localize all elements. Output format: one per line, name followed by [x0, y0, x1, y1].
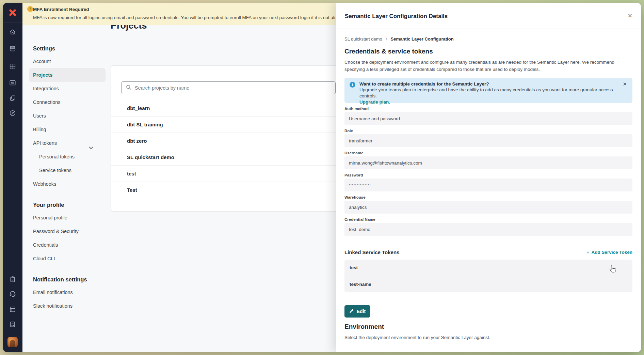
credential-name-label: Credential Name	[344, 217, 632, 221]
breadcrumb: SL quickstart demo / Semantic Layer Conf…	[344, 36, 632, 42]
credential-name-field[interactable]: test_demo	[344, 223, 632, 236]
sidebar-item-billing[interactable]: Billing	[29, 123, 106, 136]
code-editor-icon[interactable]	[3, 75, 22, 91]
compass-icon[interactable]	[3, 105, 22, 121]
drawer-title: Semantic Layer Configuration Details	[345, 13, 448, 20]
sidebar-item-cloud-cli[interactable]: Cloud CLI	[29, 252, 106, 265]
mfa-banner: ! MFA Enrollment Required MFA is now req…	[22, 3, 336, 25]
breadcrumb-separator: /	[386, 36, 387, 42]
edit-button-label: Edit	[357, 309, 366, 314]
environment-section-heading: Environment	[344, 323, 632, 330]
headset-support-icon[interactable]	[3, 286, 22, 302]
sidebar-item-account[interactable]: Account	[29, 55, 106, 68]
username-field[interactable]: mirna.wong@fishtownanalytics.com	[344, 156, 632, 169]
sidebar-item-users[interactable]: Users	[29, 109, 106, 123]
sidebar-item-credentials[interactable]: Credentials	[29, 238, 106, 252]
project-row[interactable]: test	[111, 166, 342, 182]
projects-card: Search projects by name dbt_learn dbt SL…	[111, 65, 342, 212]
username-label: Username	[344, 151, 632, 155]
add-service-token-button[interactable]: +Add Service Token	[587, 250, 632, 255]
sidebar-item-personal-tokens[interactable]: Personal tokens	[29, 150, 106, 164]
deploy-icon[interactable]	[3, 41, 22, 57]
credentials-section-heading: Credentials & service tokens	[344, 48, 632, 55]
username-group: Username mirna.wong@fishtownanalytics.co…	[344, 151, 632, 169]
upgrade-info-banner: i Want to create multiple credentials fo…	[344, 78, 632, 103]
mfa-banner-title: MFA Enrollment Required	[33, 7, 89, 12]
settings-nav: Settings Account Projects Integrations C…	[22, 25, 108, 352]
sidebar-item-connections[interactable]: Connections	[29, 95, 106, 109]
project-row[interactable]: dbt SL training	[111, 117, 342, 133]
sidebar-item-projects[interactable]: Projects	[29, 68, 106, 82]
search-icon	[126, 84, 132, 92]
sidebar-item-webhooks[interactable]: Webhooks	[29, 177, 106, 191]
dbt-logo-icon[interactable]	[3, 3, 22, 22]
api-tokens-label: API tokens	[33, 140, 57, 146]
warning-icon: !	[27, 6, 33, 12]
home-icon[interactable]	[3, 24, 22, 40]
linked-tokens-list: test test-name	[344, 260, 632, 292]
sidebar-item-email-notifications[interactable]: Email notifications	[29, 285, 106, 299]
token-row[interactable]: test	[344, 260, 632, 276]
token-row[interactable]: test-name	[344, 276, 632, 292]
semantic-layer-drawer: Semantic Layer Configuration Details ✕ S…	[336, 3, 641, 352]
warehouse-group: Warehouse analytics	[344, 195, 632, 214]
notification-section-title: Notification settings	[33, 273, 108, 285]
info-banner-body: Upgrade your teams plan to enterprise an…	[359, 87, 613, 98]
project-row[interactable]: dbt zero	[111, 133, 342, 149]
role-field[interactable]: transformer	[344, 134, 632, 147]
password-label: Password	[344, 173, 632, 177]
sidebar-item-service-tokens[interactable]: Service tokens	[29, 164, 106, 177]
auth-method-label: Auth method	[344, 107, 632, 111]
sidebar-item-api-tokens[interactable]: API tokens	[29, 136, 106, 150]
environment-section-description: Select the deployment environment to run…	[344, 335, 632, 340]
docs-book-icon[interactable]	[3, 302, 22, 317]
clipboard-icon[interactable]	[3, 272, 22, 287]
breadcrumb-current: Semantic Layer Configuration	[391, 36, 454, 42]
search-input[interactable]: Search projects by name	[121, 81, 336, 94]
drawer-header: Semantic Layer Configuration Details ✕	[336, 3, 641, 29]
project-row[interactable]: dbt_learn	[111, 100, 342, 117]
password-group: Password ••••••••••••••	[344, 173, 632, 191]
role-group: Role transformer	[344, 129, 632, 147]
mfa-banner-message: MFA is now required for all logins using…	[33, 15, 336, 20]
dashboard-grid-icon[interactable]	[3, 59, 22, 74]
copy-branch-icon[interactable]	[3, 90, 22, 106]
project-row[interactable]: SL quickstart demo	[111, 149, 342, 166]
auth-method-field[interactable]: Username and password	[344, 112, 632, 125]
release-notes-icon[interactable]	[3, 317, 22, 332]
close-icon[interactable]: ✕	[628, 12, 632, 19]
icon-sidebar	[3, 3, 22, 352]
profile-section-title: Your profile	[33, 199, 108, 211]
projects-list: dbt_learn dbt SL training dbt zero SL qu…	[111, 100, 342, 198]
auth-method-group: Auth method Username and password	[344, 107, 632, 125]
project-row[interactable]: Test	[111, 182, 342, 198]
warehouse-label: Warehouse	[344, 195, 632, 199]
breadcrumb-parent[interactable]: SL quickstart demo	[344, 36, 382, 42]
credentials-section-description: Choose the deployment environment and co…	[344, 59, 632, 73]
sidebar-item-integrations[interactable]: Integrations	[29, 82, 106, 95]
drawer-body: SL quickstart demo / Semantic Layer Conf…	[336, 29, 641, 352]
warehouse-field[interactable]: analytics	[344, 201, 632, 214]
plus-icon: +	[587, 250, 590, 255]
sidebar-item-personal-profile[interactable]: Personal profile	[29, 211, 106, 225]
password-field[interactable]: ••••••••••••••	[344, 179, 632, 191]
credential-name-group: Credential Name test_demo	[344, 217, 632, 236]
app-window: ! MFA Enrollment Required MFA is now req…	[3, 3, 641, 352]
sidebar-item-slack-notifications[interactable]: Slack notifications	[29, 299, 106, 313]
linked-tokens-header: Linked Service Tokens +Add Service Token	[344, 249, 632, 255]
edit-button[interactable]: Edit	[344, 305, 370, 318]
info-icon: i	[350, 82, 355, 88]
search-placeholder: Search projects by name	[135, 85, 189, 91]
add-service-token-label: Add Service Token	[591, 250, 632, 255]
user-avatar[interactable]	[3, 335, 22, 349]
upgrade-plan-link[interactable]: Upgrade plan.	[359, 99, 619, 105]
info-banner-close-icon[interactable]: ✕	[623, 81, 627, 87]
desktop-background: ! MFA Enrollment Required MFA is now req…	[0, 0, 644, 355]
pencil-icon	[349, 309, 354, 314]
settings-nav-title: Settings	[33, 42, 108, 55]
role-label: Role	[344, 129, 632, 133]
linked-tokens-title: Linked Service Tokens	[344, 249, 399, 255]
info-banner-title: Want to create multiple credentials for …	[359, 81, 619, 87]
sidebar-item-password-security[interactable]: Password & Security	[29, 225, 106, 238]
